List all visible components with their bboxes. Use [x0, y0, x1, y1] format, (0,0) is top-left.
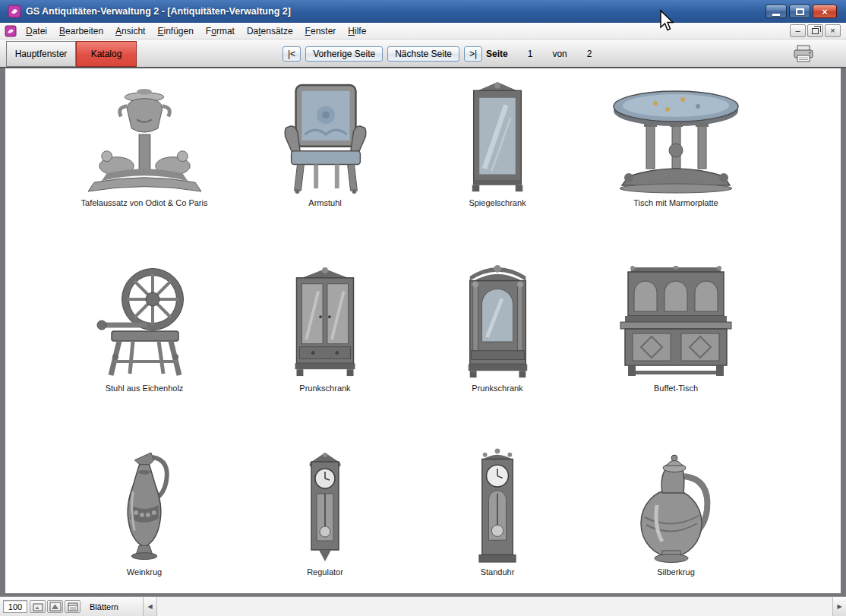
- item-caption: Weinkrug: [127, 564, 162, 576]
- item-image-wine-jug[interactable]: [57, 448, 232, 564]
- menubar: DateiBearbeitenAnsichtEinfügenFormatDate…: [0, 23, 846, 39]
- item-image-ornate-hall-cabinet[interactable]: [410, 264, 585, 380]
- item-image-grandfather-clock[interactable]: [410, 448, 585, 564]
- item-image-ornate-cabinet[interactable]: [238, 264, 412, 380]
- item-image-buffet[interactable]: [589, 264, 763, 380]
- item-caption: Spiegelschrank: [469, 194, 526, 207]
- close-button[interactable]: ×: [813, 5, 837, 18]
- horizontal-scrollbar: ◀ ▶: [143, 597, 846, 616]
- catalog-item[interactable]: Weinkrug: [57, 448, 232, 582]
- item-image-centerpiece[interactable]: [57, 79, 232, 194]
- item-image-armchair[interactable]: [238, 79, 412, 194]
- zoom-in-button[interactable]: [47, 600, 63, 613]
- page-of-label: von: [552, 49, 567, 59]
- item-caption: Prunkschrank: [299, 380, 350, 392]
- menu-einf-gen[interactable]: Einfügen: [151, 23, 199, 39]
- mode-popup[interactable]: Blättern: [82, 600, 140, 613]
- content-frame: Tafelaussatz von Odiot & Co Paris: [0, 68, 846, 596]
- item-caption: Silberkrug: [657, 564, 695, 576]
- item-image-marble-table[interactable]: [589, 79, 763, 194]
- catalog-item[interactable]: Spiegelschrank: [410, 79, 585, 213]
- layout-toggle-icon: [68, 602, 78, 611]
- item-image-silver-jug[interactable]: [589, 448, 763, 564]
- item-caption: Tafelaussatz von Odiot & Co Paris: [81, 194, 208, 207]
- catalog-item[interactable]: Tisch mit Marmorplatte: [589, 79, 763, 213]
- menu-ansicht[interactable]: Ansicht: [109, 23, 151, 39]
- last-page-button[interactable]: >|: [464, 46, 482, 62]
- catalog-item[interactable]: Tafelaussatz von Odiot & Co Paris: [57, 79, 232, 213]
- item-caption: Regulator: [307, 564, 343, 576]
- catalog-item[interactable]: Prunkschrank: [410, 264, 585, 398]
- menu-fenster[interactable]: Fenster: [299, 23, 343, 39]
- menu-datens-tze[interactable]: Datensätze: [241, 23, 299, 39]
- page-current: 1: [528, 49, 533, 59]
- menu-items: DateiBearbeitenAnsichtEinfügenFormatDate…: [20, 23, 372, 39]
- mdi-minimize-button[interactable]: –: [790, 24, 806, 37]
- catalog-item[interactable]: Prunkschrank: [238, 264, 412, 398]
- catalog-item[interactable]: Silberkrug: [589, 448, 763, 582]
- scroll-right-button[interactable]: ▶: [832, 597, 846, 616]
- mdi-document-icon: [5, 25, 17, 37]
- mdi-restore-button[interactable]: [807, 24, 823, 37]
- print-button[interactable]: [791, 44, 816, 64]
- zoom-out-button[interactable]: [30, 600, 46, 613]
- minimize-button[interactable]: [766, 5, 787, 18]
- menu-bearbeiten[interactable]: Bearbeiten: [53, 23, 109, 39]
- next-page-button[interactable]: Nächste Seite: [387, 46, 459, 62]
- catalog-item[interactable]: Armstuhl: [238, 79, 412, 213]
- item-image-wall-clock[interactable]: [238, 448, 412, 564]
- restore-icon: [812, 28, 819, 34]
- item-caption: Stuhl aus Eichenholz: [106, 380, 184, 392]
- zoom-in-icon: [49, 602, 62, 611]
- tab-katalog[interactable]: Katalog: [76, 41, 137, 67]
- item-caption: Buffet-Tisch: [654, 380, 698, 392]
- statusbar: 100 Blättern ◀ ▶: [0, 596, 846, 616]
- page-total: 2: [587, 49, 592, 59]
- app-icon[interactable]: [8, 5, 21, 18]
- catalog-page: Tafelaussatz von Odiot & Co Paris: [5, 68, 841, 593]
- menu-hilfe[interactable]: Hilfe: [342, 23, 372, 39]
- catalog-item[interactable]: Stuhl aus Eichenholz: [57, 264, 232, 398]
- printer-icon: [793, 45, 814, 63]
- document-icon[interactable]: [5, 25, 17, 37]
- mdi-window-controls: – ×: [790, 24, 843, 37]
- window-title: GS Antiquitäten-Verwaltung 2 - [Antiquit…: [26, 6, 291, 17]
- zoom-level-field[interactable]: 100: [3, 600, 27, 613]
- first-page-button[interactable]: |<: [283, 46, 301, 62]
- item-image-oak-chair[interactable]: [57, 264, 232, 380]
- tab-hauptfenster[interactable]: Hauptfenster: [6, 41, 76, 67]
- scroll-left-button[interactable]: ◀: [144, 597, 157, 616]
- catalog-item[interactable]: Buffet-Tisch: [589, 264, 763, 398]
- maximize-button[interactable]: [789, 5, 810, 18]
- page-info: Seite 1 von 2: [486, 46, 611, 62]
- window-controls: ×: [766, 5, 841, 18]
- titlebar[interactable]: GS Antiquitäten-Verwaltung 2 - [Antiquit…: [0, 0, 846, 23]
- mdi-close-button[interactable]: ×: [825, 24, 841, 37]
- item-caption: Tisch mit Marmorplatte: [633, 194, 718, 207]
- page-navigation: |< Vorherige Seite Nächste Seite >|: [283, 46, 482, 62]
- catalog-item[interactable]: Standuhr: [410, 448, 585, 582]
- scrollbar-track[interactable]: [157, 597, 832, 616]
- app-logo-icon: [8, 5, 21, 18]
- item-caption: Prunkschrank: [472, 380, 522, 392]
- item-image-mirror-cabinet[interactable]: [410, 79, 585, 194]
- previous-page-button[interactable]: Vorherige Seite: [305, 46, 383, 62]
- item-caption: Standuhr: [481, 564, 515, 576]
- app-window: GS Antiquitäten-Verwaltung 2 - [Antiquit…: [0, 0, 846, 616]
- toolbar: Hauptfenster Katalog |< Vorherige Seite …: [0, 39, 846, 68]
- maximize-icon: [796, 8, 804, 15]
- status-toolbar-toggle-button[interactable]: [65, 600, 80, 613]
- page-label: Seite: [486, 49, 508, 59]
- zoom-out-icon: [33, 602, 43, 611]
- menu-datei[interactable]: Datei: [20, 23, 53, 39]
- catalog-item[interactable]: Regulator: [238, 448, 412, 582]
- menu-format[interactable]: Format: [200, 23, 241, 39]
- minimize-icon: [772, 14, 780, 16]
- item-caption: Armstuhl: [308, 194, 341, 207]
